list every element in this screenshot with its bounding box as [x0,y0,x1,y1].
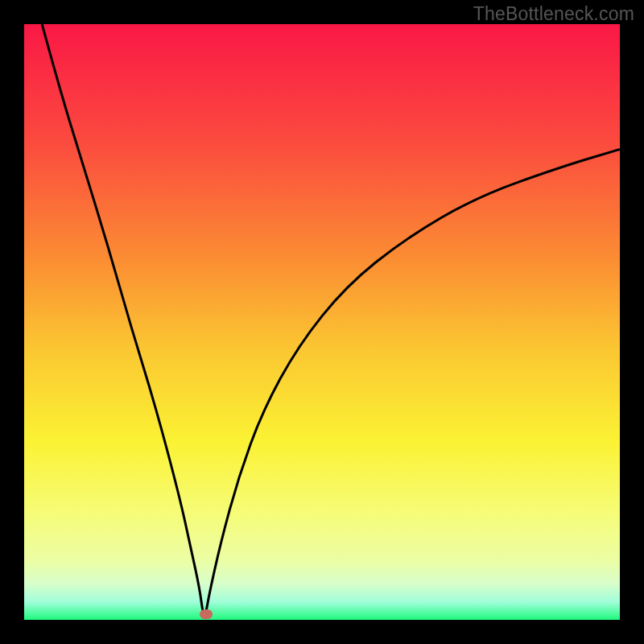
watermark-text: TheBottleneck.com [473,3,634,25]
curve-layer [24,24,620,620]
chart-frame: TheBottleneck.com [0,0,644,644]
plot-area [24,24,620,620]
minimum-marker [200,609,213,619]
bottleneck-curve [42,24,620,614]
